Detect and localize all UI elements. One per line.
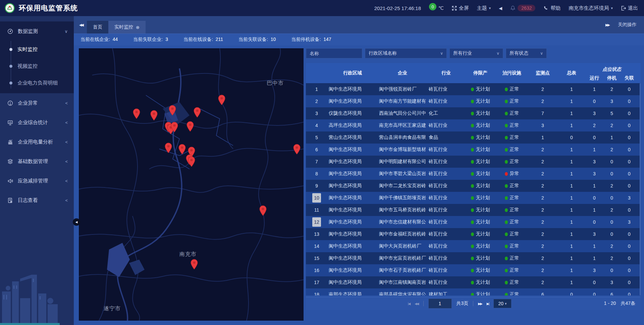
cell-stopped: 0 — [603, 216, 621, 228]
map-pin-7[interactable] — [170, 122, 178, 134]
table-row-3[interactable]: 3仪陇生态环境局西南油气田分公司川中化工无计划正常71350 — [306, 107, 641, 119]
org-menu[interactable]: 南充市生态环境局 ▾ — [569, 5, 613, 11]
table-row-11[interactable]: 11阆中生态环境局阆中市五马桥页岩机砖砖瓦行业无计划正常21120 — [306, 204, 641, 216]
help-label: 帮助 — [550, 5, 560, 11]
tab-bar: ◀◀ 首页 实时监控 ⊗ ▶▶ 关闭操作 — [74, 16, 644, 34]
sidebar-item-数据监测[interactable]: 数据监测∨ — [0, 21, 74, 41]
table-row-14[interactable]: 14阆中生态环境局阆中大兴页岩机砖厂砖瓦行业无计划正常21120 — [306, 240, 641, 252]
notifications[interactable]: 2632 — [510, 5, 535, 11]
stat-value: 10 — [271, 37, 276, 42]
table-row-6[interactable]: 6阆中生态环境局阆中市金博瑞新型墙材砖瓦行业无计划正常21120 — [306, 144, 641, 156]
cell-total-meters: 1 — [557, 216, 586, 228]
table-row-18[interactable]: 18南部生态环境局南部县砚华水泥有限公建材加工无计划正常60060 — [306, 288, 641, 295]
logout-button[interactable]: 退出 — [621, 5, 638, 11]
first-page-icon[interactable]: |◀ — [408, 302, 410, 306]
map-pin-3[interactable] — [193, 107, 201, 119]
col-limit: 停限产 — [465, 63, 496, 83]
map-pin-0[interactable] — [132, 108, 141, 120]
map-pin-4[interactable] — [218, 95, 226, 107]
table-row-8[interactable]: 8阆中生态环境局阆中市枣碧大梁山页岩砖瓦行业无计划异常21300 — [306, 168, 641, 180]
last-page-icon[interactable]: ▶| — [487, 302, 489, 306]
green-dot-icon — [471, 160, 474, 164]
map-pin-1[interactable] — [150, 110, 158, 122]
page-number-input[interactable] — [428, 299, 452, 309]
sidebar-subitem-企业电力负荷明细[interactable]: 企业电力负荷明细 — [0, 74, 74, 91]
help-button[interactable]: 帮助 — [543, 5, 560, 11]
green-dot-icon — [505, 112, 508, 115]
map-pin-9[interactable] — [164, 143, 172, 155]
cell-running: 0 — [586, 131, 603, 144]
cell-facility-status: 正常 — [496, 119, 528, 131]
cell-region: 阆中生态环境局 — [327, 83, 378, 95]
close-operations-menu[interactable]: 关闭操作 — [618, 22, 637, 28]
chevron-down-icon: ∨ — [540, 51, 543, 56]
sidebar-subitem-视频监控[interactable]: 视频监控 — [0, 58, 74, 74]
next-page-icon[interactable]: ▶▶ — [478, 302, 482, 306]
tab-home[interactable]: 首页 — [87, 21, 108, 34]
cell-region: 阆中生态环境局 — [327, 240, 378, 252]
cell-running: 1 — [586, 144, 603, 156]
table-row-5[interactable]: 5营山生态环境局营山县润丰肉食品有限食品无计划正常10010 — [306, 131, 641, 144]
cell-index: 6 — [306, 144, 327, 156]
table-row-10[interactable]: 10阆中生态环境局阆中千佛镇五郎垭页岩砖瓦行业无计划正常21003 — [306, 192, 641, 204]
cell-monitor-points: 2 — [528, 192, 557, 204]
industry-filter-select[interactable]: 所有行业 ∨ — [449, 48, 503, 58]
tabs-scroll-left-icon[interactable]: ◀◀ — [74, 23, 87, 27]
table-row-12[interactable]: 12阆中生态环境局阆中市忠信建材有限公砖瓦行业无计划正常21003 — [306, 216, 641, 228]
region-filter-select[interactable]: 行政区域名称 ∨ — [365, 48, 447, 58]
map-pin-15[interactable] — [259, 205, 267, 217]
table-row-15[interactable]: 15阆中生态环境局阆中市光富页岩机砖厂砖瓦行业无计划正常21120 — [306, 252, 641, 264]
name-filter-input[interactable] — [306, 48, 362, 58]
table-row-4[interactable]: 4高坪生态环境局南充市高坪区王家店建砖瓦行业无计划正常31220 — [306, 119, 641, 131]
tab-realtime-monitor[interactable]: 实时监控 ⊗ — [108, 21, 146, 34]
sidebar-item-日志查看[interactable]: 日志查看< — [0, 191, 74, 210]
cell-lost: 3 — [621, 216, 638, 228]
map-pin-13[interactable] — [187, 156, 196, 168]
cell-company: 阆中市光富页岩机砖厂 — [378, 252, 427, 264]
sidebar-item-基础数据管理[interactable]: 基础数据管理< — [0, 152, 74, 171]
sidebar-item-企业综合统计[interactable]: 企业综合统计< — [0, 113, 74, 132]
chevron-down-icon: ▾ — [611, 6, 613, 10]
sidebar-subitem-实时监控[interactable]: 实时监控 — [0, 41, 74, 58]
fullscreen-button[interactable]: 全屏 — [452, 5, 469, 11]
page-size-select[interactable]: 20 ▾ — [493, 299, 512, 308]
table-row-9[interactable]: 9阆中生态环境局阆中市二龙长宝页岩砖砖瓦行业无计划正常21120 — [306, 180, 641, 192]
table-row-13[interactable]: 13阆中生态环境局阆中市金福旺页岩机砖砖瓦行业无计划正常21300 — [306, 228, 641, 240]
table-scrollbar[interactable] — [640, 83, 641, 295]
cell-lost: 3 — [621, 192, 638, 204]
cell-lost: 0 — [621, 228, 638, 240]
map-pin-2[interactable] — [168, 105, 176, 117]
table-row-16[interactable]: 16阆中生态环境局阆中市石子页岩机砖厂砖瓦行业无计划正常21300 — [306, 264, 641, 276]
map-pin-8[interactable] — [186, 121, 194, 133]
map-canvas[interactable]: 巴中市 南充市 遂宁市 — [79, 48, 304, 321]
prev-page-icon[interactable]: ◀◀ — [415, 302, 418, 306]
table-row-17[interactable]: 17阆中生态环境局阆中市江南镇阆南页岩砖瓦行业无计划正常21030 — [306, 276, 641, 288]
cell-stopped: 0 — [603, 156, 621, 168]
table-row-2[interactable]: 2阆中生态环境局阆中市南方节能建材有砖瓦行业无计划正常21030 — [306, 95, 641, 107]
green-dot-icon — [505, 269, 508, 272]
status-filter-select[interactable]: 所有状态 ∨ — [506, 48, 547, 58]
mute-button[interactable]: ◀ — [499, 6, 502, 11]
theme-menu[interactable]: 主题 ▾ — [477, 5, 491, 11]
cell-industry: 建材加工 — [427, 288, 465, 295]
cell-region: 阆中生态环境局 — [327, 180, 378, 192]
cell-total-meters: 1 — [557, 252, 586, 264]
table-row-7[interactable]: 7阆中生态环境局阆中明阳建材有限公司砖瓦行业无计划正常21300 — [306, 156, 641, 168]
tab-close-icon[interactable]: ⊗ — [136, 25, 140, 30]
cell-limit-status: 无计划 — [465, 156, 496, 168]
map-collapse-button[interactable]: ◀ — [73, 218, 80, 226]
pagination-bar: |◀ ◀◀ 共3页 ▶▶ ▶| 20 ▾ 1 - — [306, 297, 641, 310]
cell-stopped: 2 — [603, 252, 621, 264]
cell-facility-status: 正常 — [496, 240, 528, 252]
table-row-1[interactable]: 1阆中生态环境局阆中强锐页岩砖厂砖瓦行业无计划正常21120 — [306, 83, 641, 95]
tabs-scroll-right-icon[interactable]: ▶▶ — [605, 23, 609, 27]
map-pin-16[interactable] — [190, 259, 198, 271]
app-title: 环保用电监管系统 — [19, 3, 78, 13]
sidebar-item-企业异常[interactable]: 企业异常< — [0, 93, 74, 113]
green-dot-icon — [471, 100, 474, 103]
map-pin-14[interactable] — [293, 144, 301, 156]
sidebar-item-应急减排管理[interactable]: 应急减排管理< — [0, 171, 74, 191]
sidebar-item-企业用电量分析[interactable]: 企业用电量分析< — [0, 132, 74, 152]
map-pin-10[interactable] — [178, 144, 186, 156]
top-header: 环保用电监管系统 2021-02-25 17:46:18 0 ℃ 全屏 主题 ▾… — [0, 0, 644, 16]
